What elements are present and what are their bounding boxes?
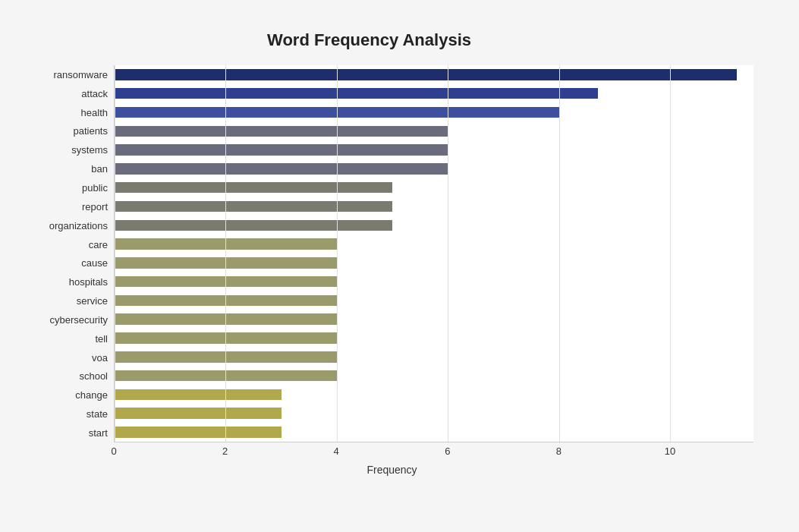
x-tick: 4	[334, 445, 339, 457]
bar	[115, 220, 392, 231]
bars-section: ransomwareattackhealthpatientssystemsban…	[30, 65, 753, 442]
y-label: attack	[81, 84, 108, 103]
bar	[115, 257, 337, 269]
y-labels: ransomwareattackhealthpatientssystemsban…	[30, 65, 114, 442]
bar	[115, 163, 448, 175]
bar-row	[115, 367, 753, 386]
x-tick: 8	[556, 445, 562, 457]
y-label: public	[82, 178, 108, 197]
bar-row	[115, 329, 753, 348]
bar	[115, 69, 737, 80]
x-axis-labels: 0246810	[114, 445, 753, 461]
bar	[115, 427, 282, 438]
chart-area: ransomwareattackhealthpatientssystemsban…	[30, 65, 753, 476]
y-label: cause	[81, 253, 108, 272]
y-label: service	[77, 291, 108, 310]
bar-row	[115, 291, 753, 310]
bar-row	[115, 140, 753, 159]
y-label: patients	[73, 122, 108, 141]
bar	[115, 295, 337, 307]
bar	[115, 88, 598, 99]
chart-title: Word Frequency Analysis	[30, 30, 753, 50]
y-label: ransomware	[53, 65, 108, 84]
y-label: school	[79, 367, 108, 386]
bar-row	[115, 216, 753, 235]
bar-row	[115, 404, 753, 423]
bar	[115, 370, 337, 382]
bar	[115, 389, 282, 401]
y-label: tell	[95, 329, 108, 348]
bar	[115, 408, 282, 419]
bar	[115, 201, 392, 212]
bar-row	[115, 121, 753, 140]
x-tick: 2	[222, 445, 228, 457]
bar-row	[115, 348, 753, 367]
bar	[115, 126, 448, 137]
bar	[115, 276, 337, 288]
x-axis-section: 0246810	[30, 445, 753, 461]
bars-area	[114, 65, 753, 442]
y-label: care	[89, 235, 108, 254]
x-tick: 0	[111, 445, 116, 457]
chart-container: Word Frequency Analysis ransomwareattack…	[15, 15, 784, 532]
y-label: ban	[91, 159, 108, 178]
y-label: start	[89, 423, 108, 442]
x-tick: 6	[445, 445, 450, 457]
bar-row	[115, 84, 753, 103]
y-label: organizations	[49, 216, 108, 235]
bar	[115, 351, 337, 363]
bar	[115, 144, 448, 156]
x-axis-title: Frequency	[30, 464, 753, 476]
bar-row	[115, 65, 753, 84]
bar-row	[115, 235, 753, 253]
bar-row	[115, 253, 753, 272]
bar-row	[115, 423, 753, 442]
y-label: cybersecurity	[49, 310, 108, 329]
y-label: state	[87, 405, 108, 423]
bar	[115, 238, 337, 250]
bar-row	[115, 178, 753, 197]
bar-row	[115, 310, 753, 329]
y-label: change	[75, 386, 108, 405]
y-label: report	[82, 197, 108, 216]
x-tick: 10	[665, 445, 675, 457]
bar	[115, 332, 337, 344]
bar-row	[115, 197, 753, 216]
bar-row	[115, 103, 753, 122]
y-label: hospitals	[69, 272, 108, 291]
bar-row	[115, 159, 753, 178]
bar	[115, 107, 559, 118]
bar	[115, 313, 337, 325]
bar-row	[115, 386, 753, 405]
y-label: voa	[92, 348, 108, 367]
y-label: systems	[71, 140, 108, 159]
bar	[115, 182, 392, 194]
y-label: health	[81, 103, 108, 122]
bar-row	[115, 272, 753, 291]
